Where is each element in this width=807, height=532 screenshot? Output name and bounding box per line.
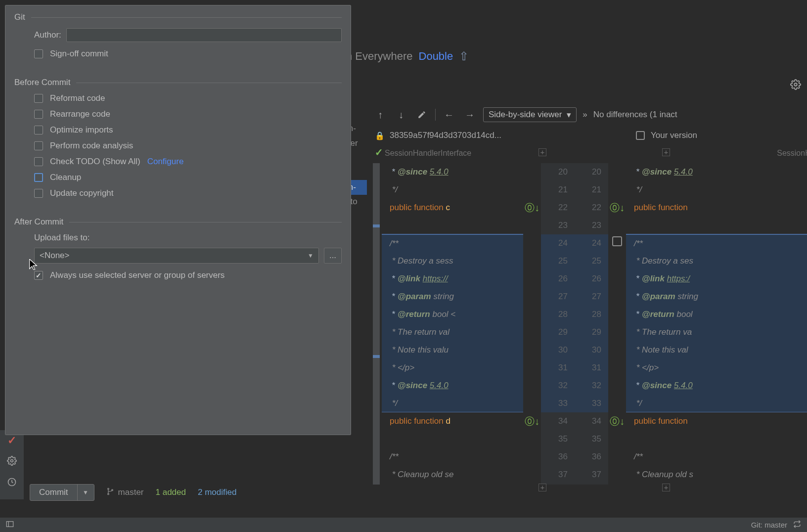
author-input[interactable] <box>66 28 342 42</box>
files-added: 1 added <box>156 488 186 497</box>
fold-icon[interactable]: + <box>662 148 670 156</box>
browse-button[interactable]: ... <box>324 248 342 264</box>
copyright-label: Update copyright <box>50 188 114 198</box>
signoff-checkbox[interactable] <box>34 49 43 58</box>
section-after-title: After Commit <box>14 217 342 227</box>
git-status[interactable]: Git: master <box>751 521 787 529</box>
version-checkbox[interactable] <box>636 131 645 140</box>
chevron-down-icon[interactable]: ▼ <box>77 485 94 500</box>
arrow-up-icon[interactable]: ↑ <box>373 109 388 121</box>
update-icon[interactable] <box>793 520 801 530</box>
lock-icon: 🔒 <box>375 131 385 140</box>
rearrange-checkbox[interactable] <box>34 110 43 119</box>
fold-icon[interactable]: + <box>538 484 546 491</box>
optimize-label: Optimize imports <box>50 125 113 135</box>
commit-button-label: Commit <box>30 488 77 497</box>
chevron-down-icon: ▼ <box>308 252 314 259</box>
status-bar: Git: master <box>0 517 807 532</box>
breadcrumb-right[interactable]: SessionHandlerInterface <box>471 146 807 160</box>
shift-icon: ⇧ <box>459 49 469 63</box>
chevron-down-icon: ▾ <box>567 110 571 120</box>
gutter-change-marker[interactable] <box>373 224 380 227</box>
arrow-right-icon[interactable]: → <box>462 109 477 121</box>
gutter-change-marker[interactable] <box>373 355 380 358</box>
reformat-checkbox[interactable] <box>34 94 43 103</box>
hint-double: Double <box>419 50 453 63</box>
always-use-label: Always use selected server or group of s… <box>50 270 224 280</box>
commit-check-icon[interactable]: ✓ <box>7 434 16 447</box>
commit-hash: 38359a57f94d3d3703d14cd... <box>390 131 501 140</box>
branch-indicator[interactable]: master <box>106 487 144 498</box>
viewer-mode-select[interactable]: Side-by-side viewer ▾ <box>483 107 577 122</box>
lineno-left: 202122232425262728293031323334353637 <box>541 163 575 485</box>
branch-icon <box>106 487 114 498</box>
files-modified: 2 modified <box>198 488 236 497</box>
arrow-down-icon[interactable]: ↓ <box>394 109 408 121</box>
svg-point-4 <box>107 493 109 495</box>
diff-apply-icon[interactable]: ⓪↓ <box>610 414 624 428</box>
more-icon[interactable]: » <box>583 110 587 120</box>
svg-rect-6 <box>6 522 13 527</box>
commit-settings-panel: Git Author: Sign-off commit Before Commi… <box>5 5 351 435</box>
reformat-label: Reformat code <box>50 93 105 103</box>
edit-icon[interactable] <box>414 110 429 119</box>
svg-point-0 <box>794 83 797 86</box>
todo-label: Check TODO (Show All) <box>50 157 140 167</box>
branch-name: master <box>118 488 144 497</box>
diff-left-header: 🔒 38359a57f94d3d3703d14cd... <box>373 127 625 144</box>
analysis-checkbox[interactable] <box>34 141 43 150</box>
analysis-label: Perform code analysis <box>50 141 133 151</box>
diff-left-code[interactable]: * @since 5.4.0 */public function c/** * … <box>382 163 523 485</box>
commit-button[interactable]: Commit ▼ <box>30 484 94 501</box>
author-label: Author: <box>34 30 61 40</box>
diff-toolbar: ↑ ↓ ← → Side-by-side viewer ▾ » No diffe… <box>373 104 807 126</box>
svg-point-3 <box>107 488 109 489</box>
diff-right-code[interactable]: * @since 5.4.0 */public function /** * D… <box>626 163 807 485</box>
gutter <box>373 163 380 485</box>
todo-configure-link[interactable]: Configure <box>147 157 184 167</box>
diff-status-text: No differences (1 inact <box>593 110 677 120</box>
diff-apply-icon[interactable]: ⓪↓ <box>610 201 624 215</box>
arrow-left-icon[interactable]: ← <box>442 109 456 121</box>
diff-apply-icon[interactable]: ⓪↓ <box>525 414 539 428</box>
optimize-checkbox[interactable] <box>34 126 43 134</box>
panel-toggle-icon[interactable] <box>6 521 14 529</box>
fold-icon[interactable]: + <box>662 484 670 491</box>
diff-checkbox[interactable] <box>612 236 622 246</box>
history-icon[interactable] <box>7 477 17 489</box>
upload-label: Upload files to: <box>34 233 90 243</box>
search-everywhere-hint: h Everywhere Double ⇧ <box>346 49 469 63</box>
diff-right-header: Your version <box>625 127 697 144</box>
breadcrumb-left[interactable]: SessionHandlerInterface <box>373 146 471 160</box>
svg-point-1 <box>11 460 13 462</box>
cleanup-label: Cleanup <box>50 173 81 182</box>
upload-value: <None> <box>40 251 70 261</box>
cursor-icon <box>29 259 38 273</box>
hint-text: h Everywhere <box>346 50 413 63</box>
cleanup-checkbox[interactable] <box>34 173 43 182</box>
viewer-mode-label: Side-by-side viewer <box>489 110 562 120</box>
section-before-title: Before Commit <box>14 78 342 88</box>
your-version-label: Your version <box>651 131 697 140</box>
lineno-right: 202122232425262728293031323334353637 <box>575 163 608 485</box>
tool-rail: ✓ <box>0 430 24 499</box>
todo-checkbox[interactable] <box>34 157 43 166</box>
commit-toolbar: Commit ▼ master 1 added 2 modified <box>30 482 236 503</box>
diff-viewer: * @since 5.4.0 */public function c/** * … <box>382 163 807 485</box>
section-git-title: Git <box>14 12 342 22</box>
fold-icon[interactable]: + <box>538 148 546 156</box>
rearrange-label: Rearrange code <box>50 109 110 119</box>
gear-icon[interactable] <box>790 79 801 92</box>
copyright-checkbox[interactable] <box>34 189 43 198</box>
diff-apply-icon[interactable]: ⓪↓ <box>525 201 539 215</box>
signoff-label: Sign-off commit <box>50 49 108 59</box>
separator <box>435 109 436 121</box>
gear-icon[interactable] <box>7 456 17 468</box>
upload-server-select[interactable]: <None> ▼ <box>34 248 319 264</box>
